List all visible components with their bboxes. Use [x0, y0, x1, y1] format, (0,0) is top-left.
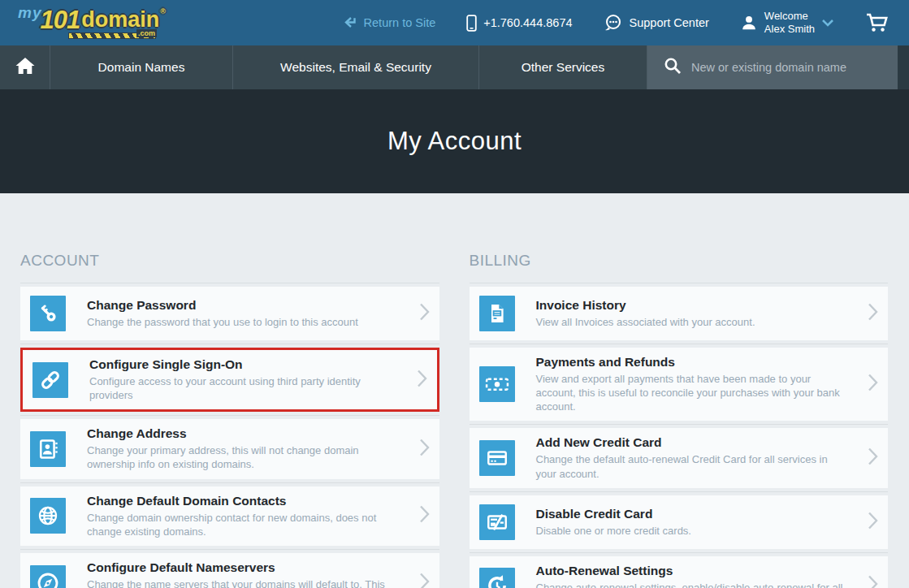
list-divider [470, 491, 889, 492]
list-divider [470, 283, 889, 283]
menu-item-title: Payments and Refunds [536, 355, 851, 370]
menu-item-title: Auto-Renewal Settings [536, 564, 851, 578]
menu-item-title: Configure Default Nameservers [87, 560, 402, 575]
menu-item-payments-and-refunds[interactable]: Payments and RefundsView and export all … [470, 348, 889, 421]
menu-item-desc: Change your primary address, this will n… [87, 443, 402, 471]
menu-item-title: Add New Credit Card [536, 435, 851, 450]
menu-item-desc: Disable one or more credit cards. [536, 524, 851, 538]
list-divider [20, 415, 439, 416]
menu-item-invoice-history[interactable]: Invoice HistoryView all Invoices associa… [470, 287, 889, 340]
shopping-cart-icon [865, 12, 890, 33]
menu-item-title: Disable Credit Card [536, 507, 851, 521]
page-title: My Account [387, 127, 522, 156]
menu-item-configure-default-nameservers[interactable]: Configure Default NameserversChange the … [20, 553, 439, 588]
nav-item-websites-email-security[interactable]: Websites, Email & Security [233, 45, 479, 89]
menu-item-text: Change AddressChange your primary addres… [66, 426, 430, 471]
list-divider [20, 344, 439, 344]
menu-item-change-password[interactable]: Change PasswordChange the password that … [20, 287, 439, 340]
menu-item-desc: Change auto-renewal settings, enable/dis… [536, 581, 851, 588]
welcome-text: Welcome Alex Smith [764, 10, 815, 37]
auto-renewal-icon [479, 568, 515, 588]
account-heading: ACCOUNT [20, 252, 439, 270]
menu-item-text: Configure Single Sign-OnConfigure access… [68, 357, 427, 402]
list-divider [470, 344, 889, 344]
nav-item-other-services[interactable]: Other Services [479, 45, 647, 89]
billing-section: BILLING Invoice HistoryView all Invoices… [470, 193, 889, 588]
chevron-down-icon [821, 19, 834, 27]
phone-number: +1.760.444.8674 [483, 16, 572, 29]
content-area: ACCOUNT Change PasswordChange the passwo… [0, 193, 909, 588]
chevron-right-icon [419, 301, 430, 326]
welcome-line: Welcome [764, 10, 808, 22]
disable-card-icon [479, 504, 515, 540]
return-to-site-link[interactable]: Return to Site [344, 16, 436, 29]
menu-item-desc: View and export all payments that have b… [536, 372, 851, 413]
menu-item-text: Configure Default NameserversChange the … [66, 560, 430, 588]
chevron-right-icon [868, 372, 878, 396]
globe-icon [30, 498, 66, 534]
menu-item-change-address[interactable]: Change AddressChange your primary addres… [20, 419, 439, 478]
domain-search-input[interactable] [691, 61, 886, 74]
mobile-phone-icon [466, 15, 477, 32]
topbar-links: Return to Site +1.760.444.8674 Support C… [344, 10, 890, 37]
chevron-right-icon [419, 571, 430, 588]
support-center-link[interactable]: Support Center [604, 14, 709, 32]
menu-item-title: Change Address [87, 426, 402, 441]
menu-item-desc: Change the password that you use to logi… [87, 315, 402, 329]
credit-card-icon [479, 440, 515, 476]
menu-item-desc: Change the default auto-renewal Credit C… [536, 452, 851, 480]
menu-item-title: Invoice History [536, 298, 851, 313]
chevron-right-icon [868, 573, 878, 588]
account-section: ACCOUNT Change PasswordChange the passwo… [20, 193, 439, 588]
chevron-right-icon [868, 510, 878, 534]
menu-item-text: Change Default Domain ContactsChange dom… [66, 494, 430, 538]
menu-item-auto-renewal-settings[interactable]: Auto-Renewal SettingsChange auto-renewal… [470, 556, 889, 588]
menu-item-desc: Change domain ownership contact for new … [87, 511, 402, 538]
menu-item-title: Change Password [87, 298, 402, 313]
banknote-icon [479, 366, 515, 402]
chevron-right-icon [868, 301, 878, 326]
support-headset-icon [604, 14, 623, 32]
phone-contact[interactable]: +1.760.444.8674 [466, 15, 572, 32]
list-divider [20, 482, 439, 483]
logo-tld: .com [136, 29, 157, 37]
menu-item-title: Change Default Domain Contacts [87, 494, 402, 508]
user-menu[interactable]: Welcome Alex Smith [740, 10, 834, 37]
menu-item-configure-single-sign-on[interactable]: Configure Single Sign-OnConfigure access… [20, 348, 439, 412]
address-book-icon [30, 431, 66, 467]
main-nav: Domain Names Websites, Email & Security … [0, 45, 909, 89]
nav-item-domain-names[interactable]: Domain Names [50, 45, 233, 89]
menu-item-disable-credit-card[interactable]: Disable Credit CardDisable one or more c… [470, 495, 889, 549]
user-name: Alex Smith [764, 23, 815, 35]
menu-item-change-default-domain-contacts[interactable]: Change Default Domain ContactsChange dom… [20, 486, 439, 546]
compass-icon [30, 565, 66, 588]
list-divider [470, 424, 889, 425]
menu-item-desc: View all Invoices associated with your a… [536, 315, 851, 329]
logo-prefix: my [18, 4, 41, 22]
billing-menu-list: Invoice HistoryView all Invoices associa… [470, 283, 889, 588]
menu-item-text: Disable Credit CardDisable one or more c… [515, 507, 879, 538]
registered-mark: ® [160, 7, 166, 15]
list-divider [20, 549, 439, 550]
nav-home-button[interactable] [0, 45, 50, 89]
hero-banner: My Account [0, 89, 909, 193]
cart-button[interactable] [865, 12, 890, 33]
return-to-site-label: Return to Site [364, 16, 436, 29]
link-icon [32, 362, 68, 398]
menu-item-desc: Configure access to your account using t… [89, 374, 400, 402]
top-bar: my101domain® .com Return to Site +1.760.… [0, 0, 909, 45]
menu-item-title: Configure Single Sign-On [89, 357, 400, 372]
user-icon [740, 13, 758, 32]
my101domain-logo[interactable]: my101domain® .com [18, 3, 166, 42]
list-divider [470, 552, 889, 553]
domain-search-box [647, 45, 898, 89]
support-center-label: Support Center [630, 16, 709, 29]
menu-item-add-new-credit-card[interactable]: Add New Credit CardChange the default au… [470, 428, 889, 487]
menu-item-text: Add New Credit CardChange the default au… [515, 435, 879, 480]
nav-edge-strip [898, 45, 909, 89]
menu-item-text: Auto-Renewal SettingsChange auto-renewal… [515, 564, 879, 588]
chevron-right-icon [419, 437, 430, 461]
menu-item-text: Change PasswordChange the password that … [66, 298, 430, 329]
billing-heading: BILLING [470, 252, 889, 270]
key-icon [30, 296, 66, 331]
